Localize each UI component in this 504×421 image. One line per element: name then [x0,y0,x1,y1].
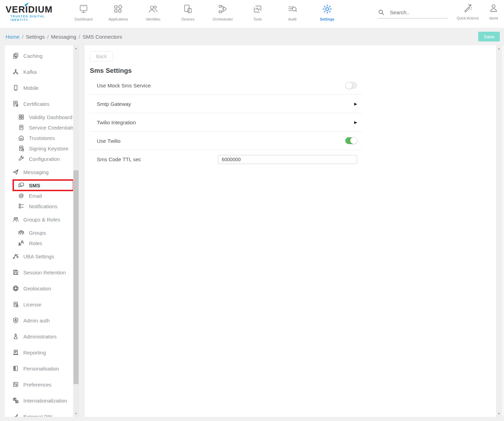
session-retention-icon [13,269,19,275]
back-button[interactable]: Back [90,51,113,62]
page-scrollbar[interactable]: ▲ ▼ [496,46,502,417]
row-control [345,137,357,144]
sidebar-item-geolocation[interactable]: Geolocation [5,280,73,296]
page-scroll-down-icon[interactable]: ▼ [496,411,502,416]
toggle-knob [350,137,357,144]
sidebar-item-label: Groups & Roles [23,217,60,223]
sidebar-item-label: Preferences [23,382,52,388]
audit-icon [288,4,297,14]
sidebar-item-mobile[interactable]: Mobile [5,80,73,96]
nav-item-tools[interactable]: Tools [240,3,275,21]
sidebar-item-groups-roles[interactable]: Groups & Roles [5,211,73,227]
use-mock-sms-service-toggle[interactable] [345,82,357,89]
sidebar-item-label: Notifications [29,203,57,209]
uba-settings-icon [13,253,19,259]
sidebar-item-internationalization[interactable]: Internationalization [5,392,73,408]
breadcrumb-item-home[interactable]: Home [6,34,19,40]
external-pin-icon [13,413,19,417]
nav-item-audit[interactable]: Audit [275,3,310,21]
setting-label: Smtp Gateway [97,101,131,107]
sidebar-item-admin-auth[interactable]: Admin auth [5,312,73,328]
sidebar-item-certificates[interactable]: Certificates [5,96,73,112]
nav-item-label: Settings [320,17,334,21]
sidebar-item-reporting[interactable]: Reporting [5,344,73,360]
user-menu[interactable]: david [485,3,503,20]
nav-item-label: Applications [109,17,128,21]
use-twilio-toggle[interactable] [345,137,357,144]
scroll-down-icon[interactable]: ▼ [73,411,79,416]
sidebar-item-label: Messaging [23,169,49,175]
nav-item-settings[interactable]: Settings [310,3,345,21]
breadcrumb-item-sms-connectors: SMS Connectors [82,34,122,40]
toggle-knob [345,82,353,89]
sidebar-item-label: Personalisation [23,366,59,372]
scroll-up-icon[interactable]: ▲ [73,46,79,51]
internationalization-icon [13,397,19,404]
sidebar-item-label: Administrators [23,334,57,340]
sidebar-item-configuration[interactable]: Configuration [5,154,73,164]
setting-row-smtp-gateway[interactable]: Smtp Gateway▶ [90,95,362,113]
mobile-icon [13,85,19,91]
setting-row-use-mock-sms-service: Use Mock Sms Service [90,76,362,95]
sidebar-item-sms[interactable]: SMS [13,179,73,191]
quick-actions-button[interactable]: Quick Actions [454,3,482,20]
email-icon: @ [18,193,24,199]
page-scroll-up-icon[interactable]: ▲ [496,46,502,51]
sidebar-item-uba-settings[interactable]: UBA Settings [5,248,73,264]
breadcrumb-item-settings[interactable]: Settings [26,34,45,40]
veridium-logo[interactable]: VERIDIUM ✔ TRUSTED DIGITAL IDENTITY [6,4,61,22]
page-title: Sms Settings [90,67,496,75]
sidebar-scrollbar-thumb[interactable] [73,170,79,384]
search-input[interactable] [390,9,442,15]
nav-item-label: Tools [253,17,262,21]
settings-rows: Use Mock Sms ServiceSmtp Gateway▶Twilio … [90,76,362,169]
admin-auth-icon [13,317,19,323]
groups-roles-icon [13,216,19,223]
sidebar-item-label: Geolocation [23,286,51,291]
setting-label: Use Twilio [97,138,120,144]
sidebar-item-session-retention[interactable]: Session Retention [5,264,73,280]
sidebar-item-notifications[interactable]: Notifications [5,201,73,211]
nav-item-identities[interactable]: Identities [136,3,171,21]
sidebar-item-label: Internationalization [23,398,67,404]
nav-item-dashboard[interactable]: Dashboard [66,3,101,21]
preferences-icon [13,381,19,388]
nav-item-devices[interactable]: Devices [171,3,205,21]
nav-item-applications[interactable]: Applications [101,3,136,21]
global-search [378,9,448,18]
sidebar-item-groups[interactable]: Groups [5,227,73,238]
sidebar-item-external-pin[interactable]: External PIN [5,408,73,417]
nav-item-orchestrator[interactable]: Orchestrator [205,3,240,21]
sidebar-item-administrators[interactable]: Administrators [5,328,73,344]
setting-row-twilio-integration[interactable]: Twilio Integration▶ [90,113,362,132]
sidebar-item-label: Caching [23,53,42,59]
sidebar-item-label: External PIN [23,414,53,417]
sidebar-item-messaging[interactable]: Messaging [5,164,73,180]
sidebar-item-label: Certificates [23,101,49,107]
sms-code-ttl-sec-input[interactable] [218,155,357,164]
expand-arrow-icon[interactable]: ▶ [354,102,357,106]
expand-arrow-icon[interactable]: ▶ [354,120,357,124]
sidebar-scrollbar[interactable]: ▲ ▼ [73,45,79,417]
sidebar-item-truststores[interactable]: Truststores [5,133,73,143]
sidebar-nav: CachingKafkaMobileCertificatesValidity D… [5,48,73,417]
nav-item-label: Dashboard [74,17,92,21]
magic-wand-icon [463,3,472,14]
breadcrumb-item-messaging[interactable]: Messaging [51,34,77,40]
sidebar-item-license[interactable]: License [5,296,73,312]
sidebar-item-email[interactable]: @Email [5,190,73,201]
sidebar-item-label: Service Credentials [29,125,73,131]
settings-sidebar: CachingKafkaMobileCertificatesValidity D… [5,45,73,417]
sidebar-item-label: Signing Keystore [29,146,68,151]
sidebar-item-caching[interactable]: Caching [5,48,73,64]
sidebar-item-validity-dashboard[interactable]: Validity Dashboard [5,112,73,122]
license-icon [13,301,19,307]
sidebar-item-personalisation[interactable]: Personalisation [5,360,73,376]
sidebar-item-preferences[interactable]: Preferences [5,376,73,392]
sidebar-item-signing-keystore[interactable]: Signing Keystore [5,143,73,154]
sidebar-item-kafka[interactable]: Kafka [5,64,73,80]
configuration-icon [18,156,24,162]
save-button[interactable]: Save [478,32,500,41]
sidebar-item-roles[interactable]: Roles [5,238,73,248]
sidebar-item-service-credentials[interactable]: Service Credentials [5,122,73,133]
